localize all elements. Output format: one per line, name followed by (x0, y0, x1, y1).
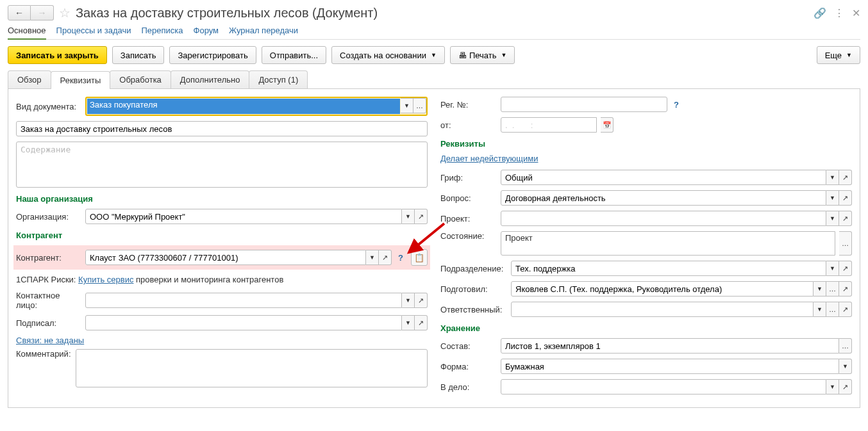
tab-access[interactable]: Доступ (1) (249, 70, 308, 88)
star-icon[interactable]: ☆ (59, 5, 71, 20)
spark-info: 1СПАРК Риски: Купить сервис проверки и м… (16, 275, 428, 284)
print-icon: 🖶 (458, 51, 467, 60)
project-label: Проект: (440, 214, 497, 224)
form-label: Форма: (440, 362, 497, 371)
dropdown-icon[interactable]: ▼ (402, 209, 415, 224)
storage-section: Хранение (440, 323, 852, 333)
open-icon[interactable]: ↗ (415, 209, 428, 224)
dropdown-icon[interactable]: ▼ (814, 281, 826, 297)
our-org-section: Наша организация (16, 194, 428, 204)
link-icon[interactable]: 🔗 (814, 7, 826, 19)
menu-icon[interactable]: ⋮ (834, 7, 844, 19)
more-button[interactable]: Еще▼ (817, 46, 860, 64)
tab-processes[interactable]: Процессы и задачи (56, 26, 131, 35)
open-icon[interactable]: ↗ (839, 379, 852, 394)
state-box[interactable]: Проект (501, 231, 835, 256)
dropdown-icon[interactable]: ▼ (401, 98, 413, 113)
send-button[interactable]: Отправить... (262, 46, 326, 64)
nav-forward-button[interactable]: → (31, 5, 54, 20)
create-from-button[interactable]: Создать на основании▼ (331, 46, 445, 64)
tab-forum[interactable]: Форум (194, 26, 219, 35)
open-icon[interactable]: ↗ (379, 250, 392, 265)
date-input[interactable] (501, 117, 597, 133)
comment-label: Комментарий: (16, 349, 72, 359)
tab-correspondence[interactable]: Переписка (142, 26, 183, 35)
tab-overview[interactable]: Обзор (8, 70, 51, 88)
ellipsis-icon[interactable]: … (826, 281, 839, 297)
responsible-input[interactable] (511, 302, 814, 317)
ellipsis-icon[interactable]: … (839, 338, 852, 354)
composition-label: Состав: (440, 341, 497, 351)
from-label: от: (440, 120, 497, 130)
page-title: Заказ на доставку строительных лесов (До… (76, 6, 814, 20)
dropdown-icon[interactable]: ▼ (826, 190, 839, 206)
counterparty-input[interactable] (85, 250, 366, 265)
open-icon[interactable]: ↗ (839, 302, 852, 317)
dropdown-icon[interactable]: ▼ (826, 170, 839, 185)
dropdown-icon[interactable]: ▼ (826, 379, 839, 394)
prepared-input[interactable] (511, 281, 814, 297)
composition-input[interactable] (501, 338, 839, 354)
dept-label: Подразделение: (440, 264, 507, 273)
dept-input[interactable] (511, 261, 826, 276)
regno-input[interactable] (501, 97, 667, 112)
contact-input[interactable] (85, 293, 402, 308)
help-icon[interactable]: ? (398, 253, 403, 263)
dropdown-icon[interactable]: ▼ (402, 293, 415, 308)
dropdown-icon[interactable]: ▼ (826, 211, 839, 226)
dropdown-icon[interactable]: ▼ (814, 302, 826, 317)
register-button[interactable]: Зарегистрировать (169, 46, 256, 64)
dropdown-icon[interactable]: ▼ (366, 250, 379, 265)
open-icon[interactable]: ↗ (839, 170, 852, 185)
project-input[interactable] (501, 211, 826, 226)
close-icon[interactable]: ✕ (852, 7, 860, 19)
tab-transfer[interactable]: Журнал передачи (229, 26, 298, 35)
tab-details[interactable]: Реквизиты (51, 71, 111, 89)
form-input[interactable] (501, 359, 839, 374)
org-input[interactable] (85, 209, 402, 224)
inactive-link[interactable]: Делает недействующими (440, 154, 538, 163)
buy-service-link[interactable]: Купить сервис (78, 275, 133, 284)
calendar-icon[interactable]: 📅 (601, 117, 613, 133)
save-button[interactable]: Записать (112, 46, 165, 64)
open-icon[interactable]: ↗ (839, 190, 852, 206)
grif-input[interactable] (501, 170, 826, 185)
copy-button[interactable]: 📋 (411, 249, 428, 266)
question-input[interactable] (501, 190, 826, 206)
doc-name-input[interactable] (16, 121, 428, 136)
open-icon[interactable]: ↗ (415, 315, 428, 330)
dropdown-icon[interactable]: ▼ (402, 315, 415, 330)
content-textarea[interactable] (16, 142, 428, 188)
dropdown-icon[interactable]: ▼ (826, 261, 839, 276)
signed-input[interactable] (85, 315, 402, 330)
tab-additional[interactable]: Дополнительно (171, 70, 250, 88)
doc-type-label: Вид документа: (16, 102, 81, 111)
dropdown-icon[interactable]: ▼ (839, 359, 852, 374)
contact-label: Контактное лицо: (16, 291, 81, 310)
ellipsis-icon[interactable]: … (826, 302, 839, 317)
comment-textarea[interactable] (76, 349, 428, 387)
org-label: Организация: (16, 212, 81, 222)
open-icon[interactable]: ↗ (839, 261, 852, 276)
save-close-button[interactable]: Записать и закрыть (8, 46, 107, 64)
open-icon[interactable]: ↗ (839, 211, 852, 226)
print-button[interactable]: 🖶Печать▼ (450, 46, 515, 64)
tab-processing[interactable]: Обработка (110, 70, 171, 88)
prepared-label: Подготовил: (440, 284, 507, 294)
question-label: Вопрос: (440, 193, 497, 203)
doc-type-input[interactable]: Заказ покупателя (87, 99, 400, 114)
grif-label: Гриф: (440, 173, 497, 183)
nav-back-button[interactable]: ← (8, 5, 31, 20)
open-icon[interactable]: ↗ (415, 293, 428, 308)
responsible-label: Ответственный: (440, 305, 507, 314)
infile-label: В дело: (440, 382, 497, 392)
ellipsis-icon[interactable]: … (413, 98, 426, 113)
help-icon[interactable]: ? (674, 100, 679, 110)
counterparty-section: Контрагент (16, 231, 428, 240)
links-link[interactable]: Связи: не заданы (16, 336, 84, 345)
counterparty-label: Контрагент: (16, 253, 81, 263)
open-icon[interactable]: ↗ (839, 281, 852, 297)
ellipsis-icon[interactable]: … (839, 231, 852, 256)
tab-main[interactable]: Основное (8, 26, 46, 40)
infile-input[interactable] (501, 379, 826, 394)
